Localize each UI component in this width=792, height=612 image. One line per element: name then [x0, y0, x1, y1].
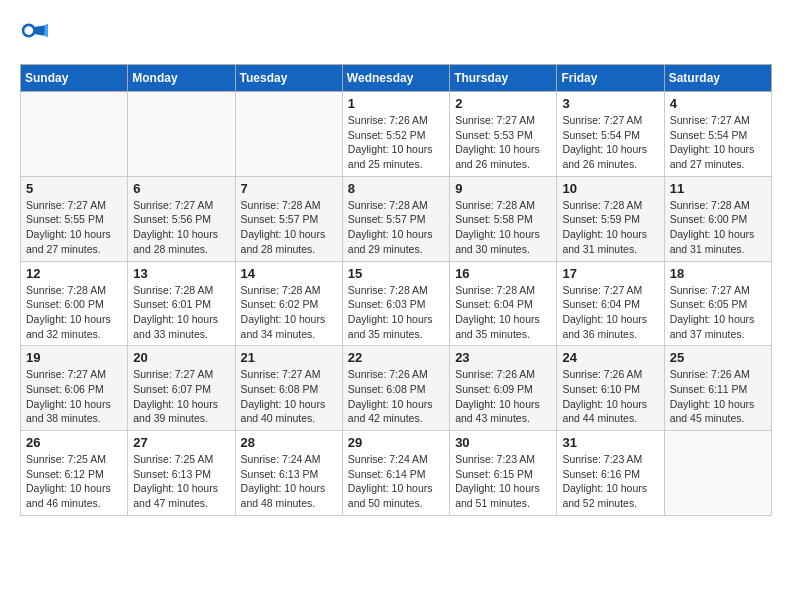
- calendar-cell: 21Sunrise: 7:27 AMSunset: 6:08 PMDayligh…: [235, 346, 342, 431]
- calendar-cell: 3Sunrise: 7:27 AMSunset: 5:54 PMDaylight…: [557, 92, 664, 177]
- page-header: [20, 20, 772, 48]
- calendar-cell: 26Sunrise: 7:25 AMSunset: 6:12 PMDayligh…: [21, 431, 128, 516]
- calendar-week-5: 26Sunrise: 7:25 AMSunset: 6:12 PMDayligh…: [21, 431, 772, 516]
- day-number: 17: [562, 266, 658, 281]
- weekday-header-saturday: Saturday: [664, 65, 771, 92]
- day-info: Sunrise: 7:28 AMSunset: 5:57 PMDaylight:…: [348, 198, 444, 257]
- day-info: Sunrise: 7:28 AMSunset: 6:00 PMDaylight:…: [670, 198, 766, 257]
- calendar-week-4: 19Sunrise: 7:27 AMSunset: 6:06 PMDayligh…: [21, 346, 772, 431]
- svg-marker-2: [34, 25, 46, 36]
- calendar-cell: 8Sunrise: 7:28 AMSunset: 5:57 PMDaylight…: [342, 176, 449, 261]
- day-info: Sunrise: 7:25 AMSunset: 6:12 PMDaylight:…: [26, 452, 122, 511]
- day-number: 2: [455, 96, 551, 111]
- day-number: 28: [241, 435, 337, 450]
- day-info: Sunrise: 7:28 AMSunset: 6:00 PMDaylight:…: [26, 283, 122, 342]
- day-info: Sunrise: 7:27 AMSunset: 5:55 PMDaylight:…: [26, 198, 122, 257]
- day-info: Sunrise: 7:27 AMSunset: 6:08 PMDaylight:…: [241, 367, 337, 426]
- calendar-cell: 19Sunrise: 7:27 AMSunset: 6:06 PMDayligh…: [21, 346, 128, 431]
- calendar-cell: 7Sunrise: 7:28 AMSunset: 5:57 PMDaylight…: [235, 176, 342, 261]
- day-info: Sunrise: 7:27 AMSunset: 6:05 PMDaylight:…: [670, 283, 766, 342]
- calendar-cell: 18Sunrise: 7:27 AMSunset: 6:05 PMDayligh…: [664, 261, 771, 346]
- day-info: Sunrise: 7:26 AMSunset: 6:11 PMDaylight:…: [670, 367, 766, 426]
- day-info: Sunrise: 7:23 AMSunset: 6:15 PMDaylight:…: [455, 452, 551, 511]
- day-info: Sunrise: 7:28 AMSunset: 6:01 PMDaylight:…: [133, 283, 229, 342]
- day-info: Sunrise: 7:28 AMSunset: 5:58 PMDaylight:…: [455, 198, 551, 257]
- day-number: 15: [348, 266, 444, 281]
- weekday-header-tuesday: Tuesday: [235, 65, 342, 92]
- calendar-week-3: 12Sunrise: 7:28 AMSunset: 6:00 PMDayligh…: [21, 261, 772, 346]
- day-info: Sunrise: 7:27 AMSunset: 6:06 PMDaylight:…: [26, 367, 122, 426]
- calendar-cell: 25Sunrise: 7:26 AMSunset: 6:11 PMDayligh…: [664, 346, 771, 431]
- calendar-table: SundayMondayTuesdayWednesdayThursdayFrid…: [20, 64, 772, 516]
- svg-marker-3: [45, 24, 49, 38]
- calendar-week-2: 5Sunrise: 7:27 AMSunset: 5:55 PMDaylight…: [21, 176, 772, 261]
- day-number: 4: [670, 96, 766, 111]
- day-number: 26: [26, 435, 122, 450]
- day-number: 29: [348, 435, 444, 450]
- day-info: Sunrise: 7:26 AMSunset: 6:08 PMDaylight:…: [348, 367, 444, 426]
- day-info: Sunrise: 7:27 AMSunset: 6:07 PMDaylight:…: [133, 367, 229, 426]
- day-number: 30: [455, 435, 551, 450]
- calendar-cell: 5Sunrise: 7:27 AMSunset: 5:55 PMDaylight…: [21, 176, 128, 261]
- day-number: 11: [670, 181, 766, 196]
- svg-point-1: [24, 26, 33, 35]
- day-number: 13: [133, 266, 229, 281]
- day-number: 31: [562, 435, 658, 450]
- calendar-cell: 20Sunrise: 7:27 AMSunset: 6:07 PMDayligh…: [128, 346, 235, 431]
- weekday-header-friday: Friday: [557, 65, 664, 92]
- day-number: 24: [562, 350, 658, 365]
- day-number: 7: [241, 181, 337, 196]
- day-number: 16: [455, 266, 551, 281]
- day-number: 1: [348, 96, 444, 111]
- day-number: 12: [26, 266, 122, 281]
- day-number: 3: [562, 96, 658, 111]
- day-info: Sunrise: 7:28 AMSunset: 5:59 PMDaylight:…: [562, 198, 658, 257]
- calendar-cell: 14Sunrise: 7:28 AMSunset: 6:02 PMDayligh…: [235, 261, 342, 346]
- day-info: Sunrise: 7:27 AMSunset: 5:56 PMDaylight:…: [133, 198, 229, 257]
- calendar-cell: 13Sunrise: 7:28 AMSunset: 6:01 PMDayligh…: [128, 261, 235, 346]
- day-number: 27: [133, 435, 229, 450]
- day-info: Sunrise: 7:23 AMSunset: 6:16 PMDaylight:…: [562, 452, 658, 511]
- calendar-cell: 2Sunrise: 7:27 AMSunset: 5:53 PMDaylight…: [450, 92, 557, 177]
- day-info: Sunrise: 7:27 AMSunset: 5:54 PMDaylight:…: [670, 113, 766, 172]
- calendar-cell: 1Sunrise: 7:26 AMSunset: 5:52 PMDaylight…: [342, 92, 449, 177]
- calendar-cell: 28Sunrise: 7:24 AMSunset: 6:13 PMDayligh…: [235, 431, 342, 516]
- calendar-cell: 17Sunrise: 7:27 AMSunset: 6:04 PMDayligh…: [557, 261, 664, 346]
- calendar-cell: 23Sunrise: 7:26 AMSunset: 6:09 PMDayligh…: [450, 346, 557, 431]
- day-number: 21: [241, 350, 337, 365]
- day-number: 9: [455, 181, 551, 196]
- day-info: Sunrise: 7:28 AMSunset: 6:02 PMDaylight:…: [241, 283, 337, 342]
- day-info: Sunrise: 7:25 AMSunset: 6:13 PMDaylight:…: [133, 452, 229, 511]
- calendar-cell: 30Sunrise: 7:23 AMSunset: 6:15 PMDayligh…: [450, 431, 557, 516]
- day-number: 19: [26, 350, 122, 365]
- day-info: Sunrise: 7:28 AMSunset: 6:03 PMDaylight:…: [348, 283, 444, 342]
- day-info: Sunrise: 7:28 AMSunset: 6:04 PMDaylight:…: [455, 283, 551, 342]
- logo: [20, 20, 52, 48]
- calendar-cell: 10Sunrise: 7:28 AMSunset: 5:59 PMDayligh…: [557, 176, 664, 261]
- day-info: Sunrise: 7:26 AMSunset: 5:52 PMDaylight:…: [348, 113, 444, 172]
- calendar-cell: 24Sunrise: 7:26 AMSunset: 6:10 PMDayligh…: [557, 346, 664, 431]
- day-number: 25: [670, 350, 766, 365]
- calendar-cell: [21, 92, 128, 177]
- day-info: Sunrise: 7:27 AMSunset: 5:54 PMDaylight:…: [562, 113, 658, 172]
- logo-icon: [20, 20, 48, 48]
- day-info: Sunrise: 7:24 AMSunset: 6:14 PMDaylight:…: [348, 452, 444, 511]
- calendar-cell: 22Sunrise: 7:26 AMSunset: 6:08 PMDayligh…: [342, 346, 449, 431]
- day-info: Sunrise: 7:26 AMSunset: 6:09 PMDaylight:…: [455, 367, 551, 426]
- calendar-cell: [664, 431, 771, 516]
- day-info: Sunrise: 7:26 AMSunset: 6:10 PMDaylight:…: [562, 367, 658, 426]
- weekday-header-monday: Monday: [128, 65, 235, 92]
- day-number: 14: [241, 266, 337, 281]
- calendar-cell: 4Sunrise: 7:27 AMSunset: 5:54 PMDaylight…: [664, 92, 771, 177]
- day-number: 6: [133, 181, 229, 196]
- calendar-cell: 9Sunrise: 7:28 AMSunset: 5:58 PMDaylight…: [450, 176, 557, 261]
- day-info: Sunrise: 7:27 AMSunset: 5:53 PMDaylight:…: [455, 113, 551, 172]
- day-number: 10: [562, 181, 658, 196]
- calendar-cell: 31Sunrise: 7:23 AMSunset: 6:16 PMDayligh…: [557, 431, 664, 516]
- weekday-header-sunday: Sunday: [21, 65, 128, 92]
- day-number: 23: [455, 350, 551, 365]
- day-number: 22: [348, 350, 444, 365]
- calendar-cell: [235, 92, 342, 177]
- weekday-header-thursday: Thursday: [450, 65, 557, 92]
- day-info: Sunrise: 7:28 AMSunset: 5:57 PMDaylight:…: [241, 198, 337, 257]
